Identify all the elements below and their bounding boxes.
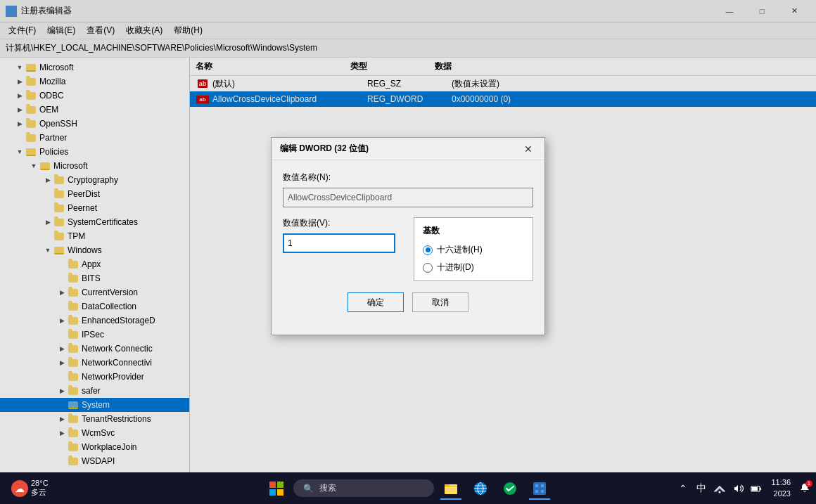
radio-hex-item[interactable]: 十六进制(H) [423, 244, 524, 256]
search-placeholder: 搜索 [319, 482, 336, 494]
clock-date: 2023 [771, 489, 791, 499]
data-label: 数值数据(V): [283, 217, 405, 229]
name-input[interactable] [283, 188, 533, 207]
taskbar-right: ⌃ 中 [677, 476, 810, 500]
taskbar-left: ☁ 28°C 多云 [6, 476, 54, 500]
notification-badge: 1 [805, 480, 812, 487]
cancel-button[interactable]: 取消 [412, 292, 468, 312]
base-section: 基数 十六进制(H) 十进制(D) [414, 217, 533, 281]
start-button[interactable] [264, 476, 289, 501]
ok-button[interactable]: 确定 [348, 292, 404, 312]
name-label: 数值名称(N): [283, 172, 533, 183]
tray-sound[interactable] [732, 482, 744, 495]
svg-rect-20 [760, 488, 761, 490]
tray-chevron[interactable]: ⌃ [677, 482, 689, 495]
base-label: 基数 [423, 225, 524, 237]
system-clock[interactable]: 11:36 2023 [768, 476, 793, 500]
radio-dec-label: 十进制(D) [437, 261, 474, 273]
system-tray: ⌃ 中 [677, 476, 810, 500]
dialog-title: 编辑 DWORD (32 位值) [280, 143, 369, 155]
dialog-title-bar: 编辑 DWORD (32 位值) ✕ [272, 138, 544, 160]
notification-area[interactable]: 1 [799, 482, 810, 495]
svg-rect-6 [269, 489, 276, 496]
taskbar-app-regedit[interactable] [527, 476, 552, 501]
svg-rect-13 [535, 484, 538, 487]
active-indicator [440, 498, 461, 500]
dialog-data-row: 数值数据(V): 基数 十六进制(H) 十进制(D) [283, 217, 533, 281]
svg-rect-5 [277, 482, 283, 488]
tray-language[interactable]: 中 [695, 482, 708, 495]
dialog-left-section: 数值数据(V): [283, 217, 405, 281]
dialog-overlay: 编辑 DWORD (32 位值) ✕ 数值名称(N): 数值数据(V): 基数 [0, 0, 816, 472]
edit-dword-dialog: 编辑 DWORD (32 位值) ✕ 数值名称(N): 数值数据(V): 基数 [271, 137, 545, 335]
radio-dec-item[interactable]: 十进制(D) [423, 261, 524, 273]
clock-time: 11:36 [771, 477, 791, 488]
taskbar-app-green[interactable] [497, 476, 523, 501]
svg-rect-7 [277, 489, 283, 496]
radio-hex-circle [423, 245, 433, 255]
weather-temp: 28°C [31, 479, 49, 487]
dialog-body: 数值名称(N): 数值数据(V): 基数 十六进制(H) [272, 160, 544, 335]
taskbar-center: 🔍 搜索 [264, 476, 552, 501]
taskbar: ☁ 28°C 多云 🔍 搜索 [0, 472, 816, 504]
weather-widget[interactable]: ☁ 28°C 多云 [6, 476, 54, 500]
tray-network[interactable] [713, 482, 726, 495]
weather-info: 28°C 多云 [31, 479, 49, 498]
svg-rect-19 [752, 487, 758, 491]
active-indicator-regedit [529, 498, 550, 500]
svg-rect-9 [445, 484, 450, 486]
search-icon: 🔍 [303, 484, 314, 493]
search-bar[interactable]: 🔍 搜索 [293, 479, 434, 497]
tray-battery[interactable] [750, 482, 763, 495]
svg-rect-15 [535, 490, 538, 493]
weather-desc: 多云 [31, 487, 49, 498]
taskbar-app-files[interactable] [438, 476, 464, 501]
svg-rect-12 [533, 482, 546, 495]
svg-rect-4 [269, 482, 276, 488]
svg-rect-16 [541, 490, 544, 493]
dialog-close-button[interactable]: ✕ [521, 141, 536, 157]
data-input[interactable] [283, 233, 395, 253]
dialog-footer: 确定 取消 [283, 292, 533, 323]
weather-icon: ☁ [11, 480, 28, 497]
svg-rect-14 [541, 484, 544, 487]
radio-hex-label: 十六进制(H) [437, 244, 483, 256]
taskbar-app-browser[interactable] [468, 476, 493, 501]
radio-dec-circle [423, 263, 433, 273]
svg-point-17 [719, 491, 721, 493]
radio-group: 十六进制(H) 十进制(D) [423, 244, 524, 273]
